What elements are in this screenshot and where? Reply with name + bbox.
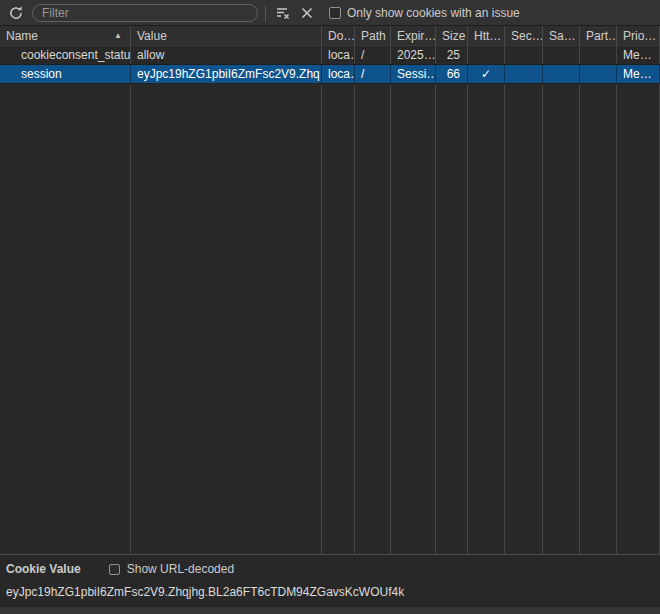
clear-filter-icon xyxy=(275,5,291,21)
filter-input[interactable] xyxy=(32,4,258,22)
show-url-decoded-label: Show URL-decoded xyxy=(127,562,234,576)
refresh-icon xyxy=(8,5,24,21)
table-row-cookieconsent[interactable]: cookieconsent_status allow loca… / 2025…… xyxy=(0,46,660,65)
column-header-size[interactable]: Size xyxy=(436,26,468,45)
cell-priority[interactable]: Me… xyxy=(617,65,660,83)
cell-secure[interactable] xyxy=(505,46,543,64)
horizontal-scrollbar-track[interactable] xyxy=(0,607,660,614)
cell-expires[interactable]: Sessi… xyxy=(391,65,436,83)
preview-header: Cookie Value Show URL-decoded xyxy=(6,561,654,577)
cell-partitionkey[interactable] xyxy=(580,65,617,83)
cell-httponly checkmark-icon[interactable]: ✓ xyxy=(468,65,505,83)
cell-name[interactable]: session xyxy=(0,65,131,83)
cell-domain[interactable]: loca… xyxy=(322,65,355,83)
show-url-decoded-checkbox[interactable] xyxy=(109,564,120,575)
column-header-priority[interactable]: Prio… xyxy=(617,26,660,45)
column-header-samesite[interactable]: Sa… xyxy=(543,26,580,45)
column-header-expires[interactable]: Expir… xyxy=(391,26,436,45)
preview-title: Cookie Value xyxy=(6,562,81,576)
cookie-value-preview: Cookie Value Show URL-decoded eyJpc19hZG… xyxy=(0,554,660,614)
cell-httponly[interactable] xyxy=(468,46,505,64)
column-header-label: Name xyxy=(6,29,38,43)
cell-size[interactable]: 66 xyxy=(436,65,468,83)
table-empty-area xyxy=(0,84,660,554)
column-header-path[interactable]: Path xyxy=(355,26,391,45)
cell-size[interactable]: 25 xyxy=(436,46,468,64)
cell-samesite[interactable] xyxy=(543,65,580,83)
cell-partitionkey[interactable] xyxy=(580,46,617,64)
refresh-button[interactable] xyxy=(4,1,28,25)
cell-priority[interactable]: Me… xyxy=(617,46,660,64)
column-header-value[interactable]: Value xyxy=(131,26,322,45)
x-icon xyxy=(300,6,314,20)
cell-value[interactable]: allow xyxy=(131,46,322,64)
column-header-secure[interactable]: Sec… xyxy=(505,26,543,45)
cell-domain[interactable]: loca… xyxy=(322,46,355,64)
cookies-panel: Only show cookies with an issue Name ▲ V… xyxy=(0,0,660,614)
cell-samesite[interactable] xyxy=(543,46,580,64)
table-header-row: Name ▲ Value Do… Path Expir… Size Htt… S… xyxy=(0,26,660,46)
column-header-partitionkey[interactable]: Part… xyxy=(580,26,617,45)
cookies-table: Name ▲ Value Do… Path Expir… Size Htt… S… xyxy=(0,26,660,554)
cell-value[interactable]: eyJpc19hZG1pbiI6ZmFsc2V9.Zhq… xyxy=(131,65,322,83)
cell-secure[interactable] xyxy=(505,65,543,83)
sort-ascending-icon: ▲ xyxy=(114,31,122,40)
delete-all-button[interactable] xyxy=(295,1,319,25)
toolbar-divider xyxy=(265,5,266,21)
cookie-value-text: eyJpc19hZG1pbiI6ZmFsc2V9.Zhqjhg.BL2a6FT6… xyxy=(6,585,654,599)
column-header-domain[interactable]: Do… xyxy=(322,26,355,45)
cell-path[interactable]: / xyxy=(355,65,391,83)
table-row-session[interactable]: session eyJpc19hZG1pbiI6ZmFsc2V9.Zhq… lo… xyxy=(0,65,660,84)
cell-name[interactable]: cookieconsent_status xyxy=(0,46,131,64)
cell-expires[interactable]: 2025… xyxy=(391,46,436,64)
column-header-name[interactable]: Name ▲ xyxy=(0,26,131,45)
column-header-httponly[interactable]: Htt… xyxy=(468,26,505,45)
clear-filter-button[interactable] xyxy=(271,1,295,25)
cookies-toolbar: Only show cookies with an issue xyxy=(0,0,660,26)
cell-path[interactable]: / xyxy=(355,46,391,64)
only-show-issue-checkbox[interactable] xyxy=(329,7,341,19)
only-show-issue-label: Only show cookies with an issue xyxy=(347,6,520,20)
